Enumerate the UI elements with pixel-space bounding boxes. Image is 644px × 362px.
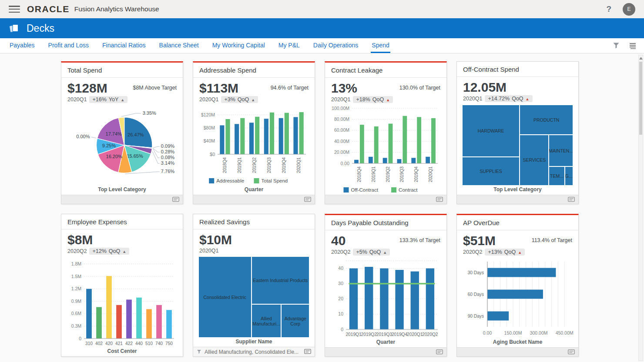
treemap-tile[interactable]: Eastern Industrial Products <box>252 256 309 304</box>
card-employee-expenses[interactable]: Employee Expenses $8M 2020Q2 +12%QoQ 00.… <box>61 214 183 357</box>
bar-chart[interactable]: 0102030402019Q12019Q22019Q32019Q42020Q12… <box>329 257 442 338</box>
hamburger-menu-icon[interactable] <box>9 6 20 13</box>
card-footer-strip <box>193 195 315 204</box>
kpi-block: 40 2020Q2 +5%QoQ 133.3% of Target <box>325 230 446 256</box>
tab-my-pl[interactable]: My P&L <box>278 38 301 53</box>
kpi-change-pill: +3%QoQ <box>221 96 258 103</box>
treemap-tile[interactable]: Allied Manufacturi... <box>252 304 282 338</box>
card-addressable-spend[interactable]: Addressable Spend $113M 2020Q1 +3%QoQ 94… <box>193 61 315 204</box>
card-title: Days Payable Outstanding <box>325 215 446 230</box>
bar-chart[interactable]: 00.3M0.6M0.9M1.2M1.5M1.8M310402420421422… <box>66 256 178 347</box>
kpi-change-pill: +13%QoQ <box>485 249 525 256</box>
svg-text:0.28%: 0.28% <box>161 149 174 154</box>
scroll-up-arrow[interactable] <box>639 55 643 61</box>
kpi-value: $113M <box>199 81 258 95</box>
svg-text:60 Days: 60 Days <box>468 292 484 297</box>
treemap-tile[interactable]: G... <box>565 166 573 186</box>
tab-my-working-capital[interactable]: My Working Capital <box>211 38 266 53</box>
svg-text:$0: $0 <box>210 152 215 157</box>
treemap-tile[interactable]: HARDWARE <box>462 105 520 157</box>
card-footer-strip <box>325 347 446 356</box>
kpi-target: 113.4% of Target <box>532 237 572 256</box>
vertical-scrollbar[interactable] <box>638 55 643 361</box>
decks-icon <box>9 23 21 34</box>
svg-text:2019Q4: 2019Q4 <box>282 157 286 173</box>
treemap-tile[interactable]: MAINTEN... <box>549 135 573 166</box>
svg-text:2019Q2: 2019Q2 <box>386 166 390 183</box>
kpi-block: 13% 2020Q1 +18%QoQ 130.0% of Target <box>325 78 446 104</box>
treemap-tile[interactable]: Consolidated Electric <box>198 256 252 338</box>
help-icon[interactable]: ? <box>606 4 611 14</box>
svg-text:0.6M: 0.6M <box>71 311 81 316</box>
card-footer-strip <box>457 347 578 356</box>
svg-text:3.14%: 3.14% <box>161 160 174 166</box>
comment-icon[interactable] <box>568 197 575 203</box>
svg-text:2020Q2: 2020Q2 <box>422 332 438 337</box>
svg-text:40: 40 <box>338 266 343 271</box>
comment-icon[interactable] <box>172 197 179 203</box>
bar-chart[interactable]: 0.0020.00M40.00M60.00M80.00M100.00M2018Q… <box>329 105 442 195</box>
svg-text:7.76%: 7.76% <box>161 169 174 174</box>
kpi-period: 2020Q1 <box>199 96 218 103</box>
kpi-block: $51M 2020Q2 +13%QoQ 113.4% of Target <box>457 230 578 256</box>
treemap-tile[interactable]: TEM... <box>549 166 564 186</box>
bar-chart[interactable]: $0$40M$80M$120M2018Q42019Q12019Q22019Q32… <box>198 105 310 186</box>
svg-text:9.25%: 9.25% <box>102 143 116 148</box>
svg-text:2020Q1: 2020Q1 <box>296 157 301 173</box>
kpi-block: $10M 2020Q1 <box>193 229 315 255</box>
svg-text:750: 750 <box>165 341 173 346</box>
tab-spend[interactable]: Spend <box>371 38 390 53</box>
filter-icon[interactable] <box>613 42 620 49</box>
view-list-icon[interactable] <box>629 43 636 49</box>
comment-icon[interactable] <box>568 349 575 355</box>
chart-caption: Quarter <box>325 338 446 347</box>
card-realized-savings[interactable]: Realized Savings $10M 2020Q1 Consolidate… <box>193 214 315 357</box>
svg-text:$120M: $120M <box>201 112 215 117</box>
card-contract-leakage[interactable]: Contract Leakage 13% 2020Q1 +18%QoQ 130.… <box>325 61 447 204</box>
comment-icon[interactable] <box>436 197 443 203</box>
svg-text:90 Days: 90 Days <box>468 314 484 319</box>
svg-text:0.08%: 0.08% <box>161 155 174 160</box>
page-banner: Decks <box>0 18 644 38</box>
treemap-tile[interactable]: SERVICES <box>520 135 549 186</box>
tab-balance-sheet[interactable]: Balance Sheet <box>158 38 200 53</box>
kpi-target: 94.6% of Target <box>271 85 309 103</box>
card-off-contract-spend[interactable]: Off-Contract Spend 12.05M 2020Q1 +14.72%… <box>456 61 579 204</box>
kpi-change-pill: +14.72%QoQ <box>485 95 532 102</box>
svg-text:2019Q3: 2019Q3 <box>267 157 272 173</box>
treemap-tile[interactable]: Advantage Corp <box>281 304 309 338</box>
tab-financial-ratios[interactable]: Financial Ratios <box>101 38 147 53</box>
tab-daily-operations[interactable]: Daily Operations <box>312 38 359 53</box>
trend-up-icon <box>386 96 390 103</box>
treemap-chart[interactable]: HARDWARESUPPLIESPRODUCTNSERVICESMAINTEN.… <box>462 105 573 186</box>
comment-icon[interactable] <box>436 349 443 355</box>
card-ap-overdue[interactable]: AP OverDue $51M 2020Q2 +13%QoQ 113.4% of… <box>456 214 579 357</box>
svg-text:1.8M: 1.8M <box>71 261 81 266</box>
kpi-change-pill: +5%QoQ <box>353 249 390 256</box>
svg-text:2020Q1: 2020Q1 <box>407 332 423 337</box>
treemap-chart[interactable]: Consolidated ElectricEastern Industrial … <box>198 256 309 338</box>
svg-text:2019Q4: 2019Q4 <box>414 166 419 183</box>
svg-text:20: 20 <box>338 296 343 302</box>
card-days-payable-outstanding[interactable]: Days Payable Outstanding 40 2020Q2 +5%Qo… <box>325 214 447 357</box>
trend-up-icon <box>121 96 124 103</box>
svg-text:30: 30 <box>338 281 343 286</box>
top-header: ORACLE Fusion Analytics Warehouse ? E <box>0 0 644 18</box>
comment-icon[interactable] <box>304 197 311 203</box>
svg-text:2019Q1: 2019Q1 <box>345 332 362 337</box>
tab-payables[interactable]: Payables <box>9 38 36 53</box>
comment-icon[interactable] <box>304 349 311 355</box>
svg-text:26.47%: 26.47% <box>127 132 144 137</box>
treemap-tile[interactable]: PRODUCTN <box>520 105 573 135</box>
card-title: Total Spend <box>61 63 183 78</box>
chart-caption: Supplier Name <box>193 338 315 347</box>
treemap-tile[interactable]: SUPPLIES <box>462 157 520 186</box>
kpi-block: $128M 2020Q1 +16%YoY $8M Above Target <box>61 78 183 104</box>
scroll-thumb[interactable] <box>639 62 642 135</box>
user-avatar[interactable]: E <box>623 3 635 16</box>
card-filter-bar[interactable]: Allied Manufacturing, Consolidated Ele..… <box>193 347 315 356</box>
pie-chart[interactable]: 26.47%15.65%16.20%9.25%17.74%3.35%0.09%0… <box>66 105 178 186</box>
card-total-spend[interactable]: Total Spend $128M 2020Q1 +16%YoY $8M Abo… <box>61 61 183 204</box>
bar-chart[interactable]: 0.00150.00M300.00M450.00M30 Days60 Days9… <box>461 257 574 338</box>
tab-profit-and-loss[interactable]: Profit and Loss <box>47 38 90 53</box>
